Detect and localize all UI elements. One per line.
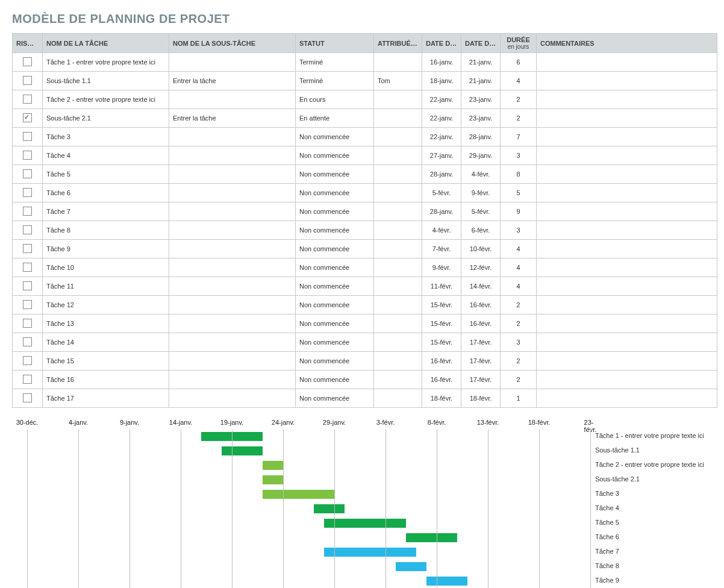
duration-cell[interactable]: 8	[501, 165, 537, 184]
task-cell[interactable]: Tâche 8	[43, 221, 169, 240]
risk-cell[interactable]	[13, 221, 43, 240]
subtask-cell[interactable]	[169, 314, 296, 333]
task-cell[interactable]: Tâche 17	[43, 389, 169, 408]
duration-cell[interactable]: 7	[501, 128, 537, 146]
task-cell[interactable]: Sous-tâche 1.1	[43, 72, 169, 90]
comments-cell[interactable]	[537, 90, 717, 109]
assigned-cell[interactable]	[374, 165, 422, 184]
status-cell[interactable]: Non commencée	[296, 146, 374, 165]
subtask-cell[interactable]	[169, 146, 296, 165]
risk-checkbox[interactable]	[23, 393, 32, 402]
duration-cell[interactable]: 2	[501, 314, 537, 333]
assigned-cell[interactable]: Tom	[374, 72, 422, 90]
start-cell[interactable]: 16-févr.	[422, 371, 461, 389]
start-cell[interactable]: 22-janv.	[422, 109, 461, 128]
subtask-cell[interactable]	[169, 53, 296, 72]
risk-checkbox[interactable]	[23, 263, 32, 272]
subtask-cell[interactable]	[169, 352, 296, 371]
risk-checkbox[interactable]	[23, 356, 32, 365]
comments-cell[interactable]	[537, 109, 717, 128]
duration-cell[interactable]: 9	[501, 202, 537, 221]
comments-cell[interactable]	[537, 258, 717, 277]
end-cell[interactable]: 23-janv.	[461, 90, 501, 109]
risk-cell[interactable]	[13, 240, 43, 258]
subtask-cell[interactable]	[169, 128, 296, 146]
risk-cell[interactable]	[13, 90, 43, 109]
status-cell[interactable]: Non commencée	[296, 128, 374, 146]
risk-checkbox[interactable]	[23, 207, 32, 216]
task-cell[interactable]: Tâche 12	[43, 296, 169, 314]
comments-cell[interactable]	[537, 389, 717, 408]
gantt-bar[interactable]	[324, 548, 416, 557]
status-cell[interactable]: Non commencée	[296, 258, 374, 277]
subtask-cell[interactable]	[169, 90, 296, 109]
end-cell[interactable]: 17-févr.	[461, 371, 501, 389]
status-cell[interactable]: Non commencée	[296, 389, 374, 408]
task-cell[interactable]: Tâche 16	[43, 371, 169, 389]
duration-cell[interactable]: 4	[501, 258, 537, 277]
duration-cell[interactable]: 5	[501, 184, 537, 202]
duration-cell[interactable]: 2	[501, 352, 537, 371]
risk-checkbox[interactable]	[23, 300, 32, 309]
assigned-cell[interactable]	[374, 314, 422, 333]
subtask-cell[interactable]	[169, 371, 296, 389]
start-cell[interactable]: 22-janv.	[422, 90, 461, 109]
comments-cell[interactable]	[537, 184, 717, 202]
duration-cell[interactable]: 2	[501, 109, 537, 128]
gantt-bar[interactable]	[324, 519, 406, 528]
assigned-cell[interactable]	[374, 146, 422, 165]
risk-checkbox[interactable]	[23, 151, 32, 160]
end-cell[interactable]: 10-févr.	[461, 240, 501, 258]
end-cell[interactable]: 4-févr.	[461, 165, 501, 184]
duration-cell[interactable]: 4	[501, 240, 537, 258]
status-cell[interactable]: En cours	[296, 90, 374, 109]
subtask-cell[interactable]	[169, 296, 296, 314]
start-cell[interactable]: 5-févr.	[422, 184, 461, 202]
task-cell[interactable]: Tâche 11	[43, 277, 169, 296]
start-cell[interactable]: 4-févr.	[422, 221, 461, 240]
comments-cell[interactable]	[537, 72, 717, 90]
end-cell[interactable]: 17-févr.	[461, 352, 501, 371]
task-cell[interactable]: Tâche 1 - entrer votre propre texte ici	[43, 53, 169, 72]
gantt-bar[interactable]	[426, 577, 467, 586]
task-cell[interactable]: Tâche 6	[43, 184, 169, 202]
risk-checkbox[interactable]	[23, 319, 32, 328]
status-cell[interactable]: Non commencée	[296, 277, 374, 296]
risk-cell[interactable]	[13, 352, 43, 371]
risk-checkbox[interactable]	[23, 57, 32, 66]
duration-cell[interactable]: 1	[501, 389, 537, 408]
comments-cell[interactable]	[537, 165, 717, 184]
task-cell[interactable]: Tâche 2 - entrer votre propre texte ici	[43, 90, 169, 109]
end-cell[interactable]: 18-févr.	[461, 389, 501, 408]
assigned-cell[interactable]	[374, 90, 422, 109]
status-cell[interactable]: Non commencée	[296, 165, 374, 184]
task-cell[interactable]: Tâche 4	[43, 146, 169, 165]
end-cell[interactable]: 23-janv.	[461, 109, 501, 128]
risk-checkbox[interactable]	[23, 244, 32, 253]
duration-cell[interactable]: 4	[501, 277, 537, 296]
comments-cell[interactable]	[537, 146, 717, 165]
status-cell[interactable]: Non commencée	[296, 296, 374, 314]
status-cell[interactable]: Non commencée	[296, 352, 374, 371]
gantt-bar[interactable]	[263, 475, 283, 484]
comments-cell[interactable]	[537, 221, 717, 240]
subtask-cell[interactable]	[169, 240, 296, 258]
risk-cell[interactable]	[13, 165, 43, 184]
task-cell[interactable]: Tâche 14	[43, 333, 169, 352]
assigned-cell[interactable]	[374, 258, 422, 277]
comments-cell[interactable]	[537, 333, 717, 352]
risk-checkbox[interactable]	[23, 337, 32, 346]
status-cell[interactable]: Non commencée	[296, 221, 374, 240]
assigned-cell[interactable]	[374, 389, 422, 408]
risk-cell[interactable]	[13, 53, 43, 72]
risk-cell[interactable]	[13, 72, 43, 90]
subtask-cell[interactable]	[169, 165, 296, 184]
subtask-cell[interactable]: Entrer la tâche	[169, 109, 296, 128]
risk-checkbox[interactable]	[23, 188, 32, 197]
risk-cell[interactable]	[13, 333, 43, 352]
gantt-bar[interactable]	[406, 533, 457, 542]
duration-cell[interactable]: 4	[501, 72, 537, 90]
end-cell[interactable]: 21-janv.	[461, 72, 501, 90]
start-cell[interactable]: 9-févr.	[422, 258, 461, 277]
comments-cell[interactable]	[537, 352, 717, 371]
